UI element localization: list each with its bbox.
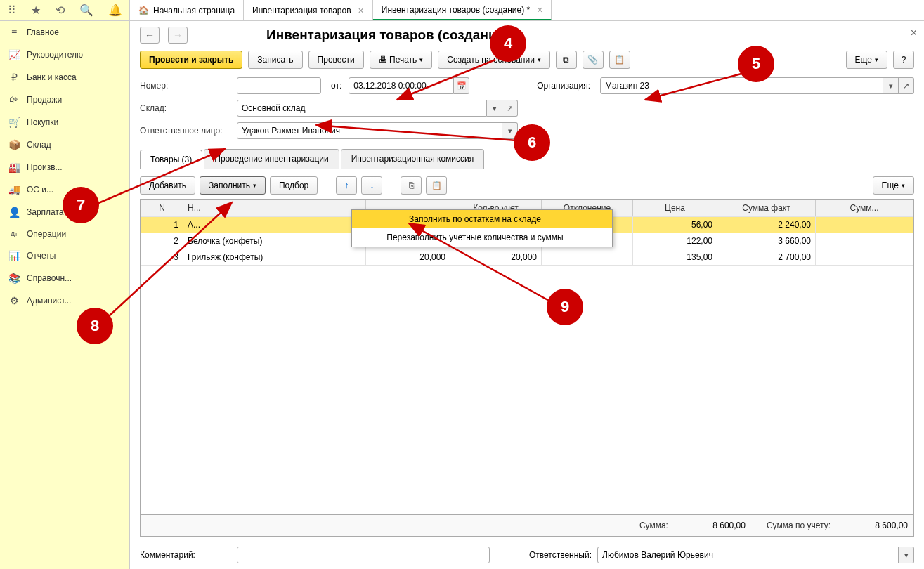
responsible-input[interactable]: [237, 122, 502, 139]
fill-by-stock-item[interactable]: Заполнить по остаткам на складе: [352, 210, 612, 228]
sidebar-item-sales[interactable]: 🛍Продажи: [0, 89, 129, 111]
move-up-button[interactable]: ↑: [336, 176, 357, 195]
sidebar-item-hr[interactable]: 👤Зарплата и кадры: [0, 201, 129, 223]
dropdown-icon[interactable]: ▾: [883, 77, 899, 94]
col-price[interactable]: Цена: [633, 200, 717, 216]
bars-icon: 📊: [8, 250, 20, 261]
report-button[interactable]: 📋: [609, 51, 630, 69]
sidebar-item-assets[interactable]: 🚚ОС и...: [0, 178, 129, 201]
close-page-icon[interactable]: ×: [911, 27, 917, 39]
cell-price: 122,00: [633, 233, 717, 249]
chart-icon: 📈: [8, 49, 20, 60]
sidebar-item-manager[interactable]: 📈Руководителю: [0, 44, 129, 66]
ruble-icon: ₽: [8, 72, 20, 83]
factory-icon: 🏭: [8, 162, 20, 173]
post-and-close-button[interactable]: Провести и закрыть: [140, 51, 242, 69]
add-button[interactable]: Добавить: [140, 176, 195, 195]
tab-inventory-create[interactable]: Инвентаризация товаров (создание) * ×: [373, 0, 552, 20]
comment-label: Комментарий:: [140, 550, 231, 560]
create-based-on-button[interactable]: Создать на основании▾: [438, 51, 550, 69]
col-name[interactable]: Н...: [183, 200, 366, 216]
create-based-label: Создать на основании: [447, 55, 535, 65]
dtkt-icon: Дт: [8, 230, 20, 237]
warehouse-input[interactable]: [237, 100, 487, 117]
tab-conduct[interactable]: Проведение инвентаризации: [204, 149, 339, 169]
attach-button[interactable]: 📎: [583, 51, 604, 69]
select-button[interactable]: Подбор: [270, 176, 318, 195]
calendar-icon[interactable]: 📅: [454, 77, 469, 94]
help-button[interactable]: ?: [893, 51, 914, 69]
cell-sum-fact: 2 240,00: [717, 217, 816, 233]
date-input[interactable]: [349, 77, 454, 94]
link-button[interactable]: ⧉: [556, 51, 577, 69]
apps-icon[interactable]: ⠿: [8, 4, 16, 17]
books-icon: 📚: [8, 273, 20, 284]
sidebar-item-label: Склад: [27, 140, 51, 150]
fill-button[interactable]: Заполнить▾: [200, 176, 266, 195]
sidebar-item-warehouse[interactable]: 📦Склад: [0, 133, 129, 156]
table-more-button[interactable]: Еще▾: [873, 176, 914, 195]
footer-responsible-input[interactable]: [597, 547, 899, 563]
close-icon[interactable]: ×: [358, 5, 364, 16]
printer-icon: 🖶: [379, 55, 387, 65]
back-button[interactable]: ←: [140, 27, 160, 44]
cell-name: Белочка (конфеты): [183, 233, 366, 249]
sidebar-item-admin[interactable]: ⚙Админист...: [0, 289, 129, 312]
sidebar-item-bank[interactable]: ₽Банк и касса: [0, 66, 129, 89]
move-down-button[interactable]: ↓: [361, 176, 382, 195]
table-row[interactable]: 3 Грильяж (конфеты) 20,000 20,000 135,00…: [141, 249, 913, 266]
tab-inventory-label: Инвентаризация товаров: [252, 6, 351, 15]
tab-commission[interactable]: Инвентаризационная комиссия: [341, 149, 485, 169]
number-input[interactable]: [237, 77, 321, 94]
dropdown-icon[interactable]: ▾: [487, 100, 502, 117]
sidebar-item-label: Зарплата и кадры: [27, 207, 97, 217]
fill-label: Заполнить: [209, 181, 250, 190]
sum-uchet-value: 8 600,00: [838, 521, 908, 530]
main-toolbar: Провести и закрыть Записать Провести 🖶 П…: [140, 51, 914, 69]
responsible-label: Ответственное лицо:: [140, 126, 231, 136]
tab-home[interactable]: 🏠 Начальная страница: [130, 0, 244, 20]
search-icon[interactable]: 🔍: [79, 4, 93, 17]
sidebar-item-production[interactable]: 🏭Произв...: [0, 156, 129, 178]
cell-sum: [816, 233, 913, 249]
sidebar-item-main[interactable]: ≡Главное: [0, 21, 129, 44]
open-icon[interactable]: ↗: [502, 100, 518, 117]
sum-value: 8 600,00: [675, 521, 746, 530]
paste-button[interactable]: 📋: [426, 176, 447, 195]
tab-goods[interactable]: Товары (3): [140, 150, 202, 169]
caret-down-icon: ▾: [253, 182, 256, 189]
copy-button[interactable]: ⎘: [401, 176, 422, 195]
dropdown-icon[interactable]: ▾: [502, 122, 518, 139]
caret-down-icon: ▾: [875, 56, 878, 63]
forward-button[interactable]: →: [168, 27, 188, 44]
page-title: Инвентаризация товаров (создание) *: [266, 27, 517, 43]
tab-inventory[interactable]: Инвентаризация товаров ×: [244, 0, 373, 20]
post-button[interactable]: Провести: [308, 51, 364, 69]
history-icon[interactable]: ⟲: [56, 4, 65, 17]
col-sum-fact[interactable]: Сумма факт: [717, 200, 816, 216]
more-button[interactable]: Еще▾: [846, 51, 887, 69]
star-icon[interactable]: ★: [31, 4, 41, 17]
close-icon[interactable]: ×: [537, 4, 542, 15]
print-button[interactable]: 🖶 Печать▾: [370, 51, 433, 69]
sum-uchet-label: Сумма по учету:: [767, 521, 831, 530]
bell-icon[interactable]: 🔔: [108, 4, 122, 17]
totals-row: Сумма:8 600,00 Сумма по учету:8 600,00: [141, 514, 913, 536]
refill-quantities-item[interactable]: Перезаполнить учетные количества и суммы: [352, 228, 612, 247]
dropdown-icon[interactable]: ▾: [899, 547, 914, 563]
organization-input[interactable]: [600, 77, 883, 94]
col-n[interactable]: N: [141, 200, 183, 216]
fill-dropdown: Заполнить по остаткам на складе Перезапо…: [351, 209, 613, 247]
gear-icon: ⚙: [8, 295, 20, 306]
sidebar-item-catalogs[interactable]: 📚Справочн...: [0, 267, 129, 289]
open-icon[interactable]: ↗: [899, 77, 914, 94]
col-sum[interactable]: Сумм...: [816, 200, 913, 216]
document-tabs: 🏠 Начальная страница Инвентаризация това…: [130, 0, 552, 20]
sidebar-item-operations[interactable]: ДтОперации: [0, 223, 129, 244]
sidebar-item-reports[interactable]: 📊Отчеты: [0, 244, 129, 267]
sidebar-item-label: Покупки: [27, 117, 58, 127]
comment-input[interactable]: [237, 547, 490, 563]
save-button[interactable]: Записать: [248, 51, 302, 69]
box-icon: 📦: [8, 139, 20, 150]
sidebar-item-purchases[interactable]: 🛒Покупки: [0, 111, 129, 133]
